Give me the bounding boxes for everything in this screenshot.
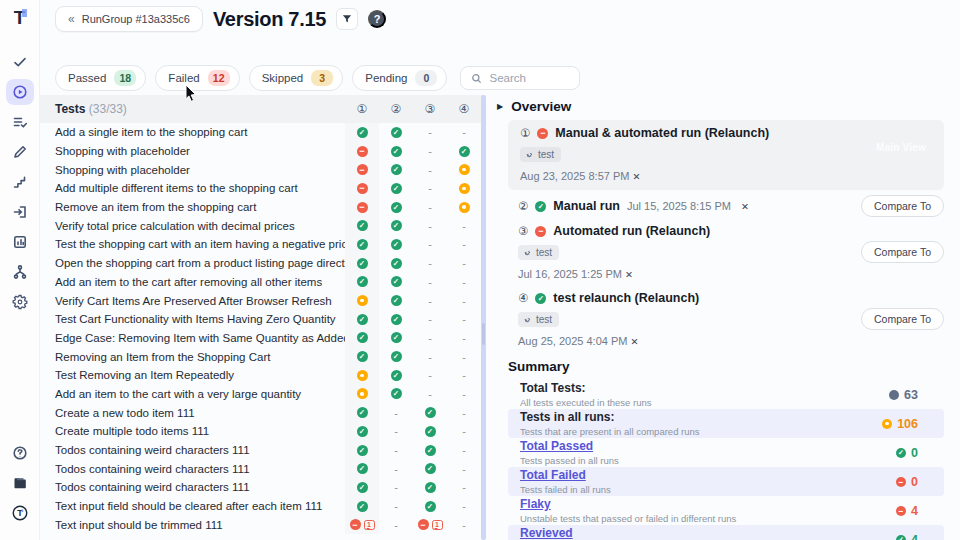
- run-item[interactable]: ① − Manual & automated run (Relaunch) ✕ …: [508, 120, 944, 190]
- status-cell[interactable]: [345, 291, 379, 310]
- status-cell[interactable]: -: [413, 273, 447, 292]
- avatar-logo-icon[interactable]: T: [6, 500, 34, 526]
- table-row[interactable]: Removing an Item from the Shopping Cart …: [40, 347, 484, 366]
- test-name[interactable]: Create a new todo item 111: [55, 407, 345, 419]
- status-cell[interactable]: -: [447, 216, 481, 235]
- status-cell[interactable]: ✓: [345, 478, 379, 497]
- steps-icon[interactable]: [6, 169, 34, 195]
- status-cell[interactable]: −: [345, 179, 379, 198]
- status-cell[interactable]: ✓: [345, 123, 379, 142]
- status-cell[interactable]: -: [447, 291, 481, 310]
- status-cell[interactable]: ✓: [345, 329, 379, 348]
- filter-chip-pending[interactable]: Pending 0: [352, 65, 447, 91]
- status-cell[interactable]: -: [447, 273, 481, 292]
- run-item[interactable]: ③ − Automated run (Relaunch) ✕ test Jul …: [508, 222, 944, 282]
- status-cell[interactable]: -: [447, 310, 481, 329]
- status-cell[interactable]: -: [379, 422, 413, 441]
- status-cell[interactable]: -: [379, 403, 413, 422]
- column-header-2[interactable]: ②: [379, 102, 413, 116]
- comment-badge-icon[interactable]: 1: [432, 520, 443, 530]
- remove-run-icon[interactable]: ✕: [625, 269, 633, 280]
- table-row[interactable]: Shopping with placeholder −✓-: [40, 160, 484, 179]
- status-cell[interactable]: -: [447, 497, 481, 516]
- test-name[interactable]: Open the shopping cart from a product li…: [55, 257, 345, 269]
- status-cell[interactable]: ✓: [413, 422, 447, 441]
- status-cell[interactable]: ✓: [345, 216, 379, 235]
- table-row[interactable]: Todos containing weird characters 111 ✓-…: [40, 459, 484, 478]
- status-cell[interactable]: -: [379, 515, 413, 534]
- status-cell[interactable]: -: [413, 291, 447, 310]
- status-cell[interactable]: ✓: [379, 347, 413, 366]
- table-row[interactable]: Create multiple todo items 111 ✓-✓-: [40, 422, 484, 441]
- test-name[interactable]: Create multiple todo items 111: [55, 425, 345, 437]
- status-cell[interactable]: ✓: [345, 497, 379, 516]
- table-row[interactable]: Create a new todo item 111 ✓-✓-: [40, 403, 484, 422]
- table-row[interactable]: Edge Case: Removing Item with Same Quant…: [40, 329, 484, 348]
- column-header-4[interactable]: ④: [447, 102, 481, 116]
- status-cell[interactable]: −1: [345, 515, 379, 534]
- status-cell[interactable]: ✓: [379, 142, 413, 161]
- list-check-icon[interactable]: [6, 109, 34, 135]
- rungroup-breadcrumb-button[interactable]: « RunGroup #13a335c6: [55, 6, 203, 32]
- report-icon[interactable]: [6, 229, 34, 255]
- table-row[interactable]: Todos containing weird characters 111 ✓-…: [40, 478, 484, 497]
- status-cell[interactable]: −: [345, 198, 379, 217]
- status-cell[interactable]: ✓: [447, 142, 481, 161]
- status-cell[interactable]: ✓: [379, 273, 413, 292]
- fork-icon[interactable]: [6, 259, 34, 285]
- status-cell[interactable]: ✓: [379, 291, 413, 310]
- table-row[interactable]: Test Cart Functionality with Items Havin…: [40, 310, 484, 329]
- status-cell[interactable]: -: [379, 459, 413, 478]
- status-cell[interactable]: [447, 160, 481, 179]
- check-icon[interactable]: [6, 49, 34, 75]
- status-cell[interactable]: -: [413, 310, 447, 329]
- test-name[interactable]: Add multiple different items to the shop…: [55, 182, 345, 194]
- status-cell[interactable]: -: [413, 235, 447, 254]
- status-cell[interactable]: ✓: [379, 123, 413, 142]
- status-cell[interactable]: ✓: [345, 235, 379, 254]
- search-input[interactable]: [489, 72, 569, 84]
- table-row[interactable]: Add a single item to the shopping cart ✓…: [40, 123, 484, 142]
- help-circle-icon[interactable]: [6, 440, 34, 466]
- table-row[interactable]: Test Removing an Item Repeatedly ✓--: [40, 366, 484, 385]
- comment-badge-icon[interactable]: 1: [364, 520, 375, 530]
- box-arrow-icon[interactable]: [6, 199, 34, 225]
- status-cell[interactable]: -: [447, 366, 481, 385]
- status-cell[interactable]: ✓: [345, 347, 379, 366]
- status-cell[interactable]: ✓: [345, 310, 379, 329]
- test-name[interactable]: Test the shopping cart with an item havi…: [55, 238, 345, 250]
- table-row[interactable]: Open the shopping cart from a product li…: [40, 254, 484, 273]
- test-name[interactable]: Todos containing weird characters 111: [55, 444, 345, 456]
- status-cell[interactable]: -: [413, 254, 447, 273]
- test-name[interactable]: Text input should be trimmed 111: [55, 519, 345, 531]
- test-name[interactable]: Add an item to the cart after removing a…: [55, 276, 345, 288]
- status-cell[interactable]: -: [447, 459, 481, 478]
- table-row[interactable]: Test the shopping cart with an item havi…: [40, 235, 484, 254]
- filter-chip-skipped[interactable]: Skipped 3: [249, 65, 344, 91]
- status-cell[interactable]: -: [413, 123, 447, 142]
- summary-row-title[interactable]: Revieved: [520, 526, 695, 540]
- app-logo[interactable]: T: [14, 8, 26, 27]
- status-cell[interactable]: ✓: [413, 441, 447, 460]
- table-row[interactable]: Verify total price calculation with deci…: [40, 216, 484, 235]
- test-name[interactable]: Remove an item from the shopping cart: [55, 201, 345, 213]
- play-circle-icon[interactable]: [6, 79, 34, 105]
- status-cell[interactable]: -: [413, 366, 447, 385]
- status-cell[interactable]: -: [413, 160, 447, 179]
- table-row[interactable]: Todos containing weird characters 111 ✓-…: [40, 441, 484, 460]
- status-cell[interactable]: -: [447, 422, 481, 441]
- status-cell[interactable]: -: [447, 347, 481, 366]
- filter-chip-passed[interactable]: Passed 18: [55, 65, 146, 91]
- table-row[interactable]: Add an item to the cart with a very larg…: [40, 385, 484, 404]
- status-cell[interactable]: -: [447, 403, 481, 422]
- status-cell[interactable]: ✓: [379, 310, 413, 329]
- status-cell[interactable]: −1: [413, 515, 447, 534]
- test-name[interactable]: Edge Case: Removing Item with Same Quant…: [55, 332, 345, 344]
- status-cell[interactable]: [345, 385, 379, 404]
- help-button[interactable]: ?: [368, 10, 386, 28]
- status-cell[interactable]: ✓: [413, 403, 447, 422]
- status-cell[interactable]: -: [447, 254, 481, 273]
- status-cell[interactable]: ✓: [379, 160, 413, 179]
- status-cell[interactable]: ✓: [379, 235, 413, 254]
- test-name[interactable]: Todos containing weird characters 111: [55, 463, 345, 475]
